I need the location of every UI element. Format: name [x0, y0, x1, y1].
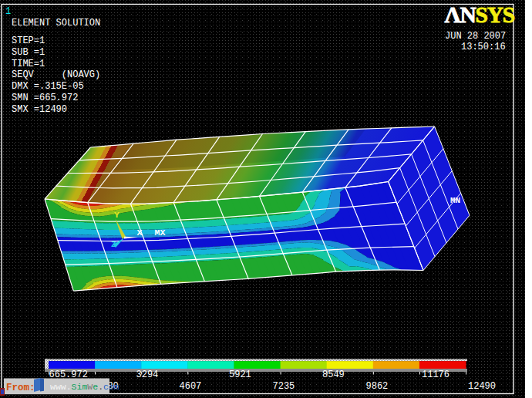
svg-text:4607: 4607: [180, 381, 202, 392]
svg-text:Z: Z: [111, 239, 116, 249]
svg-text:MN: MN: [450, 196, 460, 205]
svg-text:7235: 7235: [273, 381, 295, 392]
svg-text:5921: 5921: [229, 369, 251, 380]
svg-text:JUN 28 2007: JUN 28 2007: [445, 31, 506, 42]
svg-text:ΛNSYS: ΛNSYS: [445, 2, 515, 27]
svg-text:3294: 3294: [136, 369, 159, 380]
svg-text:12490: 12490: [468, 381, 496, 392]
svg-text:TIME=1: TIME=1: [12, 59, 45, 69]
svg-text:SMN =665.972: SMN =665.972: [12, 93, 78, 103]
svg-text:665.972: 665.972: [49, 369, 88, 380]
svg-text:13:50:16: 13:50:16: [461, 42, 506, 52]
svg-text:(NOAVG): (NOAVG): [62, 69, 100, 80]
svg-text:X: X: [137, 228, 143, 238]
svg-text:From:: From:: [6, 383, 35, 393]
svg-text:SMX =12490: SMX =12490: [12, 104, 67, 115]
svg-text:1: 1: [5, 6, 11, 17]
svg-text:Y: Y: [114, 210, 120, 220]
svg-text:SEQV: SEQV: [12, 69, 35, 80]
svg-text:ELEMENT SOLUTION: ELEMENT SOLUTION: [12, 18, 100, 29]
svg-text:DMX =.315E-05: DMX =.315E-05: [12, 81, 84, 92]
svg-text:SUB =1: SUB =1: [12, 47, 45, 58]
svg-text:11176: 11176: [422, 369, 450, 380]
svg-text:MX: MX: [155, 228, 166, 238]
svg-text:8549: 8549: [322, 369, 345, 380]
svg-text:9862: 9862: [366, 381, 389, 392]
svg-text:www.SimWe.com: www.SimWe.com: [50, 382, 120, 392]
svg-text:STEP=1: STEP=1: [12, 35, 45, 46]
